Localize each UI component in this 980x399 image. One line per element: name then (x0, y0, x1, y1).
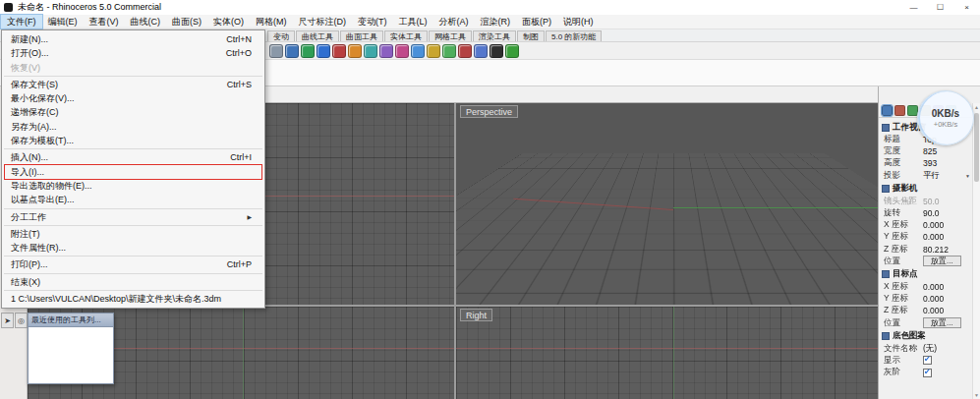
place-button[interactable]: 放置... (923, 317, 961, 328)
menubar-item[interactable]: 面板(P) (516, 15, 557, 28)
menubar-item[interactable]: 变动(T) (352, 15, 393, 28)
toolbar-icon[interactable] (317, 44, 330, 58)
panel-row-value[interactable]: 50.0 (921, 197, 971, 206)
viewport-right[interactable]: Right (456, 307, 878, 399)
dock-icons: ➤◎ (1, 313, 28, 328)
menubar-item[interactable]: 网格(M) (250, 15, 293, 28)
panel-row-value[interactable] (921, 356, 971, 365)
menubar-item[interactable]: 渲染(R) (475, 15, 517, 28)
menubar-item[interactable]: 曲面(S) (166, 15, 207, 28)
toolbar-icon[interactable] (490, 44, 503, 58)
panel-row-value[interactable]: 90.0 (921, 208, 971, 218)
toolbar-icon[interactable] (474, 44, 488, 58)
checkbox-checked[interactable] (923, 356, 932, 365)
panel-row-value[interactable]: 393 (921, 158, 971, 168)
toolbar-icon[interactable] (348, 44, 362, 58)
viewport-label-perspective[interactable]: Perspective (460, 105, 518, 118)
toolbar-tab[interactable]: 制图 (517, 30, 545, 41)
toolbar-icon[interactable] (458, 44, 472, 58)
download-speed: 0KB/s (932, 108, 959, 119)
toolbar-icon[interactable] (364, 44, 377, 58)
file-menu-item[interactable]: 1 C:\Users\VULCAN\Desktop\新建文件夹\未命名.3dm (2, 292, 264, 306)
panel-row-value[interactable]: (无) (921, 343, 971, 355)
file-menu-item[interactable]: 新建(N)...Ctrl+N (2, 32, 264, 46)
file-menu-item[interactable]: 保存文件(S)Ctrl+S (2, 78, 264, 91)
panel-row-value[interactable]: 825 (921, 146, 971, 156)
checkbox-checked[interactable] (923, 369, 932, 377)
toolbar-icon[interactable] (427, 44, 440, 58)
toolbar-tab[interactable]: 渲染工具 (473, 30, 516, 41)
panel-row-value[interactable]: 0.000 (921, 306, 971, 315)
panel-row-value[interactable]: 放置... (921, 256, 971, 266)
toolbar-tab[interactable]: 曲面工具 (340, 30, 383, 41)
viewport-label-right[interactable]: Right (460, 309, 492, 321)
panel-tab-icon[interactable] (882, 105, 893, 116)
floating-toolbar-title[interactable]: 最近使用的工具列... (29, 314, 113, 326)
toolbar-tab[interactable]: 曲线工具 (296, 30, 339, 41)
file-menu-item[interactable]: 分工工作▶ (2, 210, 264, 224)
dock-target-icon[interactable]: ◎ (15, 313, 28, 328)
panel-row-value[interactable]: 0.000 (921, 220, 971, 230)
scroll-down-arrow-icon[interactable]: ▼ (973, 391, 980, 399)
file-menu-item[interactable]: 另存为(A)... (2, 120, 264, 134)
toolbar-tab[interactable]: 5.0 的新功能 (546, 30, 602, 41)
toolbar-tab[interactable]: 网格工具 (429, 30, 472, 41)
dock-pointer-icon[interactable]: ➤ (1, 313, 14, 328)
panel-row-value[interactable]: 0.000 (921, 294, 971, 304)
scroll-up-arrow-icon[interactable]: ▲ (973, 103, 980, 111)
toolbar-tab[interactable]: 变动 (267, 30, 295, 41)
place-button[interactable]: 放置... (923, 256, 961, 266)
file-menu-item[interactable]: 文件属性(R)... (2, 241, 264, 255)
close-button[interactable]: × (953, 0, 980, 15)
toolbar-icon[interactable] (269, 44, 283, 58)
menu-item-shortcut: Ctrl+N (226, 32, 252, 46)
toolbar-icon[interactable] (332, 44, 346, 58)
menubar-item[interactable]: 分析(A) (433, 15, 475, 28)
menubar-item[interactable]: 文件(F) (1, 15, 42, 28)
maximize-button[interactable]: ☐ (927, 0, 953, 15)
file-menu-item[interactable]: 保存为模板(T)... (2, 134, 264, 147)
viewport-perspective[interactable]: Perspective (456, 103, 878, 305)
toolbar-icon[interactable] (395, 44, 409, 58)
toolbar-icon[interactable] (285, 44, 299, 58)
network-speed-overlay[interactable]: 0KB/s +0KB/s (917, 90, 974, 145)
panel-tab-icon[interactable] (894, 105, 905, 116)
file-menu-item[interactable]: 打印(P)...Ctrl+P (2, 257, 264, 271)
menubar-item[interactable]: 说明(H) (557, 15, 600, 28)
panel-row-label: X 座标 (882, 219, 921, 231)
toolbar-icon[interactable] (379, 44, 393, 58)
menubar-item[interactable]: 查看(V) (84, 15, 125, 28)
menu-item-label: 导出选取的物件(E)... (11, 179, 92, 193)
menubar-item[interactable]: 编辑(E) (42, 15, 84, 28)
toolbar-icon[interactable] (442, 44, 456, 58)
file-menu-item[interactable]: 结束(X) (2, 275, 264, 289)
panel-row-value[interactable]: 平行▼ (921, 170, 971, 182)
panel-row-value[interactable]: 0.000 (921, 232, 971, 242)
file-menu-item[interactable]: 递增保存(C) (2, 105, 264, 119)
scrollbar-thumb[interactable] (974, 113, 979, 182)
toolbar-icon[interactable] (411, 44, 425, 58)
menubar-item[interactable]: 实体(O) (207, 15, 250, 28)
minimize-button[interactable]: — (900, 0, 927, 15)
toolbar-icon[interactable] (301, 44, 315, 58)
recent-tools-floating-toolbar[interactable]: 最近使用的工具列... (28, 313, 114, 384)
toolbar-icon[interactable] (505, 44, 519, 58)
menubar-item[interactable]: 曲线(C) (125, 15, 167, 28)
file-menu-item[interactable]: 导出选取的物件(E)... (2, 179, 264, 193)
toolbar-tab[interactable]: 实体工具 (384, 30, 428, 41)
panel-row-value[interactable]: 0.000 (921, 282, 971, 292)
file-menu-item[interactable]: 导入(I)... (2, 165, 264, 179)
panel-row-value[interactable]: 80.212 (921, 245, 971, 255)
file-menu-item[interactable]: 插入(N)...Ctrl+I (2, 150, 264, 164)
menubar-item[interactable]: 尺寸标注(D) (293, 15, 353, 28)
file-menu-item[interactable]: 最小化保存(V)... (2, 91, 264, 105)
panel-row-label: 灰阶 (882, 367, 921, 378)
file-menu-item[interactable]: 打开(O)...Ctrl+O (2, 46, 264, 60)
panel-row-value[interactable] (921, 369, 971, 377)
menubar-item[interactable]: 工具(L) (393, 15, 433, 28)
file-menu-item[interactable]: 附注(T) (2, 227, 264, 241)
panel-row-value[interactable]: 放置... (921, 317, 971, 328)
panel-scrollbar[interactable]: ▲ ▼ (972, 103, 980, 399)
menu-item-label: 附注(T) (11, 227, 40, 241)
file-menu-item[interactable]: 以基点导出(E)... (2, 193, 264, 206)
